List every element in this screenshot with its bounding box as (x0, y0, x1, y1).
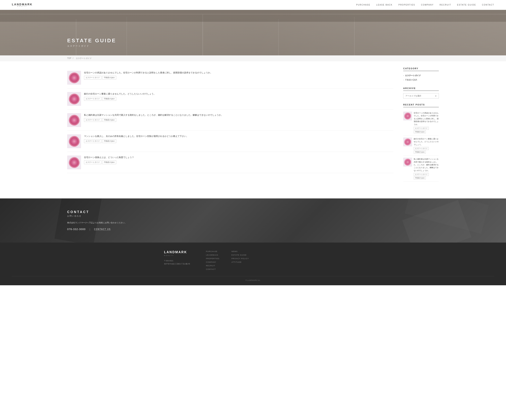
recent-body: 住宅ローンの承認がありませんでした。住宅ローンが利用できると説明をした業者に対し… (414, 112, 439, 133)
arrow-icon: › (403, 79, 404, 81)
hero-content: ESTATE GUIDE エステートガイド (67, 38, 116, 47)
main-nav: PURCHASELEASE BACKPROPERTIESCOMPANYRECRU… (356, 4, 494, 6)
article-body: 住宅ローン借換えとは、どういった制度でしょう？ エステートガイド不動産のQ&A (84, 156, 393, 164)
footer-nav-link[interactable]: COMPANY (206, 261, 220, 263)
nav-link-lease-back[interactable]: LEASE BACK (376, 4, 393, 6)
footer-nav-link[interactable]: ESTATE GUIDE (232, 254, 249, 256)
flower-icon (69, 157, 80, 168)
contact-description: 株式会社ランドマークへ下記よりお気軽にお問い合わせください。 (67, 221, 439, 224)
tag[interactable]: 不動産のQ&A (102, 118, 116, 122)
breadcrumb: TOP / エステートガイド (0, 55, 506, 61)
article-body: 住宅ローンの承認がありませんでした。住宅ローンが利用できると説明をした業者に対し… (84, 71, 393, 80)
article-title[interactable]: 住宅ローン借換えとは、どういった制度でしょう？ (84, 156, 393, 159)
article-thumb (67, 134, 81, 148)
article-thumb (67, 156, 81, 169)
tag[interactable]: エステートガイド (414, 147, 429, 150)
contact-content: CONTACT お問い合わせ 株式会社ランドマークへ下記よりお気軽にお問い合わせ… (67, 210, 439, 231)
tag[interactable]: 不動産のQ&A (414, 176, 426, 179)
article-item: 私と婚約者は分譲マンションを共同で購入する契約をしました。ところが、婚約を解消す… (67, 110, 393, 131)
flower-icon (404, 138, 411, 145)
tag[interactable]: 不動産のQ&A (102, 97, 116, 101)
flower-icon (69, 115, 80, 126)
tag[interactable]: エステートガイド (84, 118, 101, 122)
footer-nav-link[interactable]: PRIVACY POLICY (232, 257, 249, 260)
footer-logo-sub: REALTY (164, 255, 190, 256)
article-body: 銀行の住宅ローン審査に通りませんでした。どうしたらいいのでしょう。 エステートガ… (84, 92, 393, 101)
tag[interactable]: 不動産のQ&A (414, 130, 426, 133)
article-item: 住宅ローン借換えとは、どういった制度でしょう？ エステートガイド不動産のQ&A (67, 152, 393, 173)
archive-select-wrapper: アーカイブを選択 ▼ (403, 93, 439, 99)
nav-link-purchase[interactable]: PURCHASE (356, 4, 370, 6)
nav-link-properties[interactable]: PROPERTIES (399, 4, 415, 6)
tag[interactable]: エステートガイド (84, 76, 101, 80)
article-title[interactable]: 住宅ローンの承認がありませんでした。住宅ローンが利用できると説明をした業者に対し… (84, 71, 393, 75)
category-section: CATEGORY ›エステートガイド›不動産のQ&A (403, 67, 439, 82)
article-tags: エステートガイド不動産のQ&A (84, 160, 393, 164)
flower-icon (69, 136, 80, 147)
footer-nav-link[interactable]: LEASEBACK (206, 254, 220, 256)
article-title[interactable]: 私と婚約者は分譲マンションを共同で購入する契約をしました。ところが、婚約を解消す… (84, 113, 393, 117)
contact-us-link[interactable]: CONTACT US (94, 228, 111, 230)
nav-link-contact[interactable]: CONTACT (482, 4, 494, 6)
nav-link-company[interactable]: COMPANY (421, 4, 434, 6)
category-item[interactable]: ›エステートガイド (403, 73, 439, 78)
article-item: マンションを購入し、夫のみの所有名義としました。住宅ローン控除が適用されるかどう… (67, 131, 393, 152)
main-layout: 住宅ローンの承認がありませんでした。住宅ローンが利用できると説明をした業者に対し… (0, 61, 506, 198)
recent-title[interactable]: 住宅ローンの承認がありませんでした。住宅ローンが利用できると説明をした業者に対し… (414, 112, 439, 126)
nav-link-recruit[interactable]: RECRUIT (439, 4, 451, 6)
tag[interactable]: エステートガイド (84, 97, 101, 101)
footer-logo-area: LANDMARK REALTY 〒650-0021 神戸市中央区三宮町2丁目2番… (164, 251, 190, 270)
tag[interactable]: エステートガイド (414, 127, 429, 130)
hero-title-en: ESTATE GUIDE (67, 38, 116, 44)
tag[interactable]: 不動産のQ&A (102, 76, 116, 80)
flower-icon (69, 72, 80, 83)
footer-nav-link[interactable]: CONTACT (206, 268, 220, 270)
tag[interactable]: 不動産のQ&A (414, 150, 426, 154)
nav-link-estate-guide[interactable]: ESTATE GUIDE (457, 4, 476, 6)
footer-nav-link[interactable]: ATTITUDE (232, 261, 249, 263)
breadcrumb-top[interactable]: TOP (67, 57, 71, 59)
footer-nav-right: NEWSESTATE GUIDEPRIVACY POLICYATTITUDE (232, 251, 249, 263)
article-thumb (67, 71, 81, 85)
contact-links: 076-332-3000 | CONTACT US (67, 228, 439, 231)
breadcrumb-current: エステートガイド (76, 57, 92, 59)
logo: LANDMARK REALTY (12, 3, 33, 7)
tag[interactable]: 不動産のQ&A (102, 160, 116, 164)
tag[interactable]: 不動産のQ&A (102, 139, 116, 143)
article-title[interactable]: 銀行の住宅ローン審査に通りませんでした。どうしたらいいのでしょう。 (84, 92, 393, 96)
recent-title[interactable]: 銀行の住宅ローン審査に通りませんでした。どうしたらいいのでしょう。 (414, 137, 439, 146)
article-tags: エステートガイド不動産のQ&A (84, 97, 393, 101)
article-thumb (67, 92, 81, 106)
footer-nav: PURCHASELEASEBACKPROPERTIESCOMPANYRECRUI… (206, 251, 249, 270)
recent-title[interactable]: 私と婚約者は分譲マンションを共同で購入する契約をしました。ところが、婚約を解消す… (414, 158, 439, 172)
category-item[interactable]: ›不動産のQ&A (403, 78, 439, 82)
contact-section: CONTACT お問い合わせ 株式会社ランドマークへ下記よりお気軽にお問い合わせ… (0, 198, 506, 243)
footer-logo: LANDMARK (164, 251, 190, 254)
articles-section: 住宅ローンの承認がありませんでした。住宅ローンが利用できると説明をした業者に対し… (67, 67, 393, 187)
footer-nav-link[interactable]: RECRUIT (206, 265, 220, 267)
article-tags: エステートガイド不動産のQ&A (84, 118, 393, 122)
article-item: 住宅ローンの承認がありませんでした。住宅ローンが利用できると説明をした業者に対し… (67, 67, 393, 88)
tag[interactable]: エステートガイド (84, 139, 101, 143)
tag[interactable]: エステートガイド (84, 160, 101, 164)
archive-select[interactable]: アーカイブを選択 (403, 93, 439, 99)
recent-post-item: 銀行の住宅ローン審査に通りませんでした。どうしたらいいのでしょう。 エステートガ… (403, 135, 439, 156)
article-tags: エステートガイド不動産のQ&A (84, 76, 393, 80)
recent-body: 銀行の住宅ローン審査に通りませんでした。どうしたらいいのでしょう。 エステートガ… (414, 137, 439, 154)
tag[interactable]: エステートガイド (414, 173, 429, 176)
recent-posts-title: RECENT POSTS (403, 103, 439, 107)
archive-section: ARCHIVE アーカイブを選択 ▼ (403, 87, 439, 99)
recent-tags: エステートガイド不動産のQ&A (414, 147, 439, 154)
footer-nav-left: PURCHASELEASEBACKPROPERTIESCOMPANYRECRUI… (206, 251, 220, 270)
footer-nav-link[interactable]: PROPERTIES (206, 257, 220, 260)
contact-title-en: CONTACT (67, 210, 439, 214)
footer-nav-link[interactable]: NEWS (232, 251, 249, 252)
archive-title: ARCHIVE (403, 87, 439, 91)
article-thumb (67, 113, 81, 127)
footer-nav-link[interactable]: PURCHASE (206, 251, 220, 252)
recent-tags: エステートガイド不動産のQ&A (414, 127, 439, 133)
footer-main: LANDMARK REALTY 〒650-0021 神戸市中央区三宮町2丁目2番… (164, 251, 342, 270)
hero-section: ESTATE GUIDE エステートガイド (0, 10, 506, 55)
contact-phone: 076-332-3000 (67, 228, 86, 231)
article-title[interactable]: マンションを購入し、夫のみの所有名義としました。住宅ローン控除が適用されるかどう… (84, 134, 393, 138)
